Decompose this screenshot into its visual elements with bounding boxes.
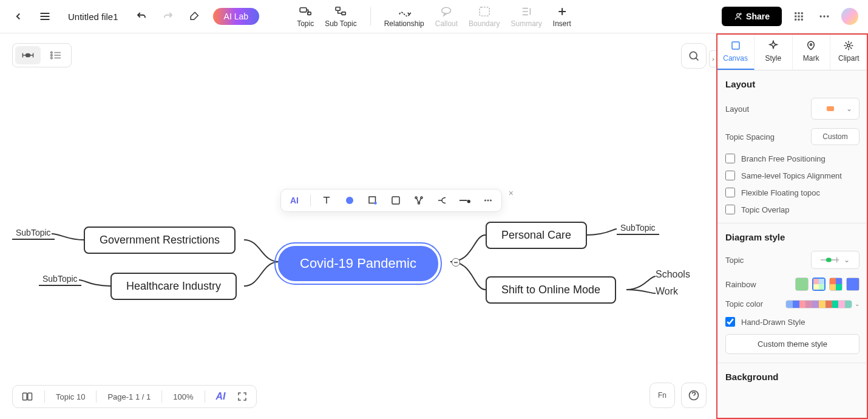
node-right-1[interactable]: Shift to Online Mode xyxy=(486,276,616,304)
node-left-1[interactable]: Healthcare Industry xyxy=(110,273,237,300)
right-panel: Canvas Style Mark Clipart Layout Layout … xyxy=(716,33,868,419)
share-button[interactable]: Share xyxy=(722,7,782,26)
user-avatar[interactable] xyxy=(841,8,858,25)
spacing-label: Topic Spacing xyxy=(725,132,775,141)
bb-ai-button[interactable]: AI xyxy=(216,391,226,402)
layout-select[interactable]: ⌄ xyxy=(811,98,860,120)
hand-drawn-check[interactable]: Hand-Drawn Style xyxy=(725,317,860,327)
apps-button[interactable] xyxy=(790,8,807,25)
share-label: Share xyxy=(746,12,770,21)
tab-style[interactable]: Style xyxy=(754,33,792,70)
ft-shape-button[interactable] xyxy=(365,193,380,208)
tool-subtopic[interactable]: Sub Topic xyxy=(325,5,356,28)
svg-point-36 xyxy=(490,200,492,202)
fn-button[interactable]: Fn xyxy=(649,383,675,408)
central-node[interactable]: Covid-19 Pandemic xyxy=(278,246,438,281)
sub-left-1[interactable]: SubTopic xyxy=(39,273,81,286)
topic-style-row: Topic ⌄ xyxy=(725,251,860,269)
divider xyxy=(717,363,868,363)
ft-border-button[interactable] xyxy=(388,193,403,208)
panel-tabs: Canvas Style Mark Clipart xyxy=(717,33,868,70)
topic-style-select[interactable]: ⌄ xyxy=(811,251,860,269)
svg-point-7 xyxy=(740,13,741,15)
help-button[interactable] xyxy=(681,383,707,408)
more-button[interactable] xyxy=(816,8,833,25)
topic-icon xyxy=(299,5,312,18)
tool-insert[interactable]: Insert xyxy=(553,5,571,28)
custom-theme-button[interactable]: Custom theme style xyxy=(725,334,860,354)
topic-style-label: Topic xyxy=(725,256,744,265)
topbar-center: Topic Sub Topic Relationship Callout Bou… xyxy=(297,5,571,28)
tool-relationship[interactable]: Relationship xyxy=(384,5,424,28)
summary-icon xyxy=(520,5,533,18)
svg-point-34 xyxy=(484,200,486,202)
ft-close-button[interactable]: × xyxy=(509,188,514,198)
tool-boundary-label: Boundary xyxy=(469,19,500,28)
spacing-select[interactable]: Custom xyxy=(811,128,860,145)
tool-callout-label: Callout xyxy=(435,19,458,28)
rainbow-opt-3[interactable] xyxy=(829,278,843,291)
tool-summary[interactable]: Summary xyxy=(510,5,541,28)
zoom-level[interactable]: 100% xyxy=(173,392,193,401)
svg-rect-11 xyxy=(795,16,796,18)
canvas-area[interactable]: › Covid-19 Pandemic Government Restricti… xyxy=(0,33,716,419)
divider xyxy=(310,194,311,206)
tool-boundary[interactable]: Boundary xyxy=(469,5,500,28)
svg-rect-43 xyxy=(826,257,832,262)
ft-color-button[interactable] xyxy=(342,193,357,208)
overlap-check[interactable]: Topic Overlap xyxy=(725,205,860,214)
rainbow-opt-2[interactable] xyxy=(812,278,826,291)
main-area: › Covid-19 Pandemic Government Restricti… xyxy=(0,33,868,419)
sub-right-0[interactable]: SubTopic xyxy=(617,222,659,235)
collapse-handle[interactable] xyxy=(452,258,460,267)
same-level-check[interactable]: Same-level Topics Alignment xyxy=(725,171,860,180)
pages-button[interactable] xyxy=(21,391,33,402)
ft-text-button[interactable] xyxy=(319,193,334,208)
svg-rect-13 xyxy=(801,16,803,18)
redo-button[interactable] xyxy=(160,8,177,25)
tool-callout[interactable]: Callout xyxy=(435,5,458,28)
clipart-icon xyxy=(843,39,855,52)
undo-button[interactable] xyxy=(133,8,150,25)
leaf-schools[interactable]: Schools xyxy=(656,269,690,280)
ft-ai-button[interactable]: AI xyxy=(287,193,302,208)
divider xyxy=(44,390,45,403)
mark-icon xyxy=(805,39,817,52)
rainbow-opt-1[interactable] xyxy=(795,278,809,291)
svg-point-35 xyxy=(487,200,489,202)
topbar-left: Untitled file1 AI Lab xyxy=(10,8,259,25)
format-painter-button[interactable] xyxy=(186,8,203,25)
node-right-0[interactable]: Personal Care xyxy=(486,222,587,249)
sub-left-0[interactable]: SubTopic xyxy=(12,227,55,240)
topic-count: Topic 10 xyxy=(56,392,85,401)
tab-mark[interactable]: Mark xyxy=(793,33,830,70)
tab-clipart[interactable]: Clipart xyxy=(830,33,868,70)
node-left-0[interactable]: Government Restrictions xyxy=(84,227,236,254)
svg-rect-8 xyxy=(795,12,796,14)
bottom-right: Fn xyxy=(649,383,707,408)
layout-title: Layout xyxy=(725,79,860,89)
ft-more-button[interactable] xyxy=(481,193,495,208)
menu-button[interactable] xyxy=(36,8,53,25)
background-title: Background xyxy=(725,372,860,382)
tab-canvas[interactable]: Canvas xyxy=(717,33,754,70)
chevron-down-icon[interactable]: ⌄ xyxy=(855,301,860,307)
leaf-work[interactable]: Work xyxy=(656,286,678,297)
svg-rect-10 xyxy=(801,12,803,14)
back-button[interactable] xyxy=(10,8,27,25)
ft-branch-button[interactable] xyxy=(435,193,449,208)
rainbow-opt-4[interactable] xyxy=(846,278,860,291)
ft-line-button[interactable] xyxy=(458,193,472,208)
svg-point-25 xyxy=(346,197,353,204)
file-name[interactable]: Untitled file1 xyxy=(68,12,118,22)
fullscreen-button[interactable] xyxy=(237,391,248,402)
tool-insert-label: Insert xyxy=(553,19,571,28)
page-indicator[interactable]: Page-1 1 / 1 xyxy=(107,392,151,401)
branch-free-check[interactable]: Branch Free Positioning xyxy=(725,154,860,163)
tool-topic[interactable]: Topic xyxy=(297,5,314,28)
ai-lab-button[interactable]: AI Lab xyxy=(213,8,259,25)
ft-link-button[interactable] xyxy=(412,193,426,208)
topic-color-strip[interactable] xyxy=(785,300,852,308)
layout-row: Layout ⌄ xyxy=(725,98,860,120)
flexible-check[interactable]: Flexible Floating topoc xyxy=(725,188,860,197)
